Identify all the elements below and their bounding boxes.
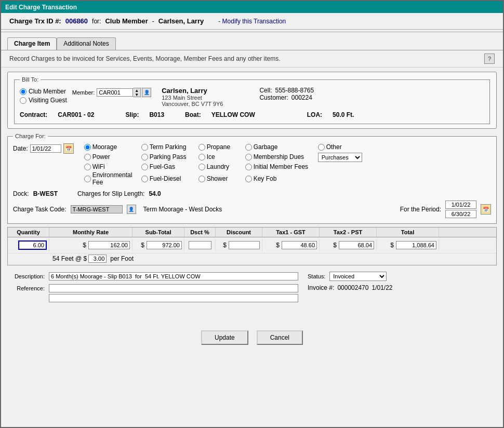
customer-label: Customer:	[259, 94, 288, 101]
header-dash: -	[152, 18, 154, 25]
main-window: Edit Charge Transaction Charge Trx ID #:…	[0, 0, 504, 428]
total-input[interactable]: 1,088.64	[396, 241, 436, 249]
table-data-row: 6.00 $ 162.00 $ 972.00 $ $ 48.60 $	[8, 237, 496, 253]
loa-label: LOA:	[307, 111, 322, 118]
sub-label2: per Foot	[110, 255, 134, 262]
td-dsct-pct[interactable]	[184, 239, 216, 251]
radio-term-parking[interactable]: Term Parking	[141, 143, 198, 151]
task-code-input[interactable]: T-MRG-WEST	[71, 205, 123, 213]
period-calendar-button[interactable]: 📅	[481, 204, 491, 215]
member-input[interactable]: CAR001	[97, 88, 133, 97]
member-lookup-button[interactable]: 👤	[142, 88, 151, 97]
header-modify: - Modify this Transaction	[218, 18, 286, 25]
radio-shower[interactable]: Shower	[198, 171, 245, 186]
member-label: Member:	[72, 89, 95, 96]
radio-power[interactable]: Power	[84, 152, 141, 162]
td-tax1[interactable]: $ 48.60	[262, 239, 320, 251]
radio-other[interactable]: Other	[318, 143, 360, 151]
radio-key-fob[interactable]: Key Fob	[245, 171, 318, 186]
radio-moorage[interactable]: Moorage	[84, 143, 141, 151]
task-lookup-button[interactable]: 👤	[127, 205, 136, 214]
sub-label1: 54 Feet @ $	[52, 255, 87, 262]
purchases-select[interactable]: Purchases	[318, 153, 362, 162]
th-dsct-pct: Dsct %	[184, 228, 216, 237]
charge-for-section: Charge For: Date: 1/01/22 📅 Moorage Term…	[7, 133, 497, 224]
charges-table: Quantity Monthly Rate Sub-Total Dsct % D…	[7, 227, 497, 265]
th-total: Total	[377, 228, 439, 237]
bill-to-section: Bill To: Club Member Visiting Guest Memb…	[7, 72, 497, 129]
header-row: Charge Trx ID #: 006860 for: Club Member…	[1, 13, 503, 30]
dsct-pct-input[interactable]	[189, 241, 211, 249]
invoice-label: Invoice #:	[308, 284, 334, 291]
radio-fuel-gas[interactable]: Fuel-Gas	[141, 163, 198, 170]
radio-laundry[interactable]: Laundry	[198, 163, 245, 170]
cancel-button[interactable]: Cancel	[257, 330, 303, 345]
loa-value: 50.0 Ft.	[333, 111, 354, 118]
date-label: Date:	[13, 145, 28, 152]
radio-wifi[interactable]: WiFi	[84, 163, 141, 170]
radio-club-member[interactable]: Club Member	[20, 88, 67, 95]
subtotal-input[interactable]: 972.00	[147, 241, 182, 249]
dock-value: B-WEST	[33, 190, 58, 197]
quantity-input[interactable]: 6.00	[18, 240, 47, 250]
td-monthly-rate[interactable]: $ 162.00	[49, 239, 132, 251]
period-label: For the Period:	[400, 206, 441, 213]
td-discount[interactable]: $	[216, 239, 262, 251]
help-icon[interactable]: ?	[484, 54, 495, 64]
ref-input1[interactable]	[49, 284, 298, 292]
date-input[interactable]: 1/01/22	[30, 144, 61, 153]
monthly-rate-input[interactable]: 162.00	[88, 241, 130, 249]
update-button[interactable]: Update	[201, 330, 248, 345]
charge-for-legend: Charge For:	[13, 133, 48, 139]
ref-label: Reference:	[7, 285, 45, 291]
radio-membership-dues[interactable]: Membership Dues	[245, 152, 318, 162]
purchases-dropdown[interactable]: Purchases	[318, 153, 360, 162]
member-spin-down[interactable]: ▼	[133, 92, 140, 97]
td-total[interactable]: $ 1,088.64	[377, 239, 439, 251]
radio-visiting-guest[interactable]: Visiting Guest	[20, 97, 67, 104]
td-subtotal[interactable]: $ 972.00	[132, 239, 184, 251]
calendar-button[interactable]: 📅	[63, 143, 74, 154]
th-monthly-rate: Monthly Rate	[49, 228, 132, 237]
discount-input[interactable]	[229, 241, 260, 249]
tab-charge-item[interactable]: Charge Item	[7, 37, 57, 50]
dock-label: Dock:	[13, 190, 29, 197]
invoice-number: 000002470	[337, 284, 368, 291]
radio-parking-pass[interactable]: Parking Pass	[141, 152, 198, 162]
task-code-label: Charge Task Code:	[13, 206, 67, 213]
radio-environmental-fee[interactable]: Environmental Fee	[84, 171, 141, 186]
invoice-group: Invoice #: 000002470 1/01/22	[308, 284, 393, 291]
radio-initial-member-fees[interactable]: Initial Member Fees	[245, 163, 318, 170]
td-quantity[interactable]: 6.00	[8, 239, 49, 251]
member-fullname: Carlsen, Larry	[162, 87, 223, 95]
charge-trx-id: 006860	[65, 17, 88, 25]
ref-input2[interactable]	[49, 294, 298, 302]
task-desc: Term Moorage - West Docks	[143, 206, 222, 213]
th-subtotal: Sub-Total	[132, 228, 184, 237]
radio-propane[interactable]: Propane	[198, 143, 245, 151]
desc-input[interactable]: 6 Month(s) Moorage - Slip B013 for 54 Ft…	[49, 272, 298, 280]
boat-label: Boat:	[185, 111, 201, 118]
header-member-name: Carlsen, Larry	[158, 17, 204, 25]
tab-additional-notes[interactable]: Additional Notes	[57, 37, 115, 50]
period-from-input[interactable]: 1/01/22	[445, 200, 476, 209]
charges-slip-label: Charges for Slip Length:	[77, 190, 144, 197]
title-bar: Edit Charge Transaction	[1, 1, 503, 13]
th-quantity: Quantity	[8, 228, 49, 237]
member-address1: 123 Main Street	[162, 95, 223, 101]
radio-garbage[interactable]: Garbage	[245, 143, 318, 151]
slip-value: B013	[149, 111, 164, 118]
td-tax2[interactable]: $ 68.04	[320, 239, 377, 251]
radio-fuel-diesel[interactable]: Fuel-Diesel	[141, 171, 198, 186]
invoice-date: 1/01/22	[372, 284, 392, 291]
bottom-section: Description: 6 Month(s) Moorage - Slip B…	[1, 268, 503, 322]
status-select[interactable]: Invoiced Pending Void	[329, 272, 387, 281]
boat-value: YELLOW COW	[211, 111, 255, 118]
contract-row: Contract: CAR001 - 02 Slip: B013 Boat: Y…	[20, 111, 484, 118]
sub-rate-input[interactable]: 3.00	[88, 255, 107, 263]
member-address2: Vancouver, BC V7T 9Y6	[162, 101, 223, 107]
period-to-input[interactable]: 6/30/22	[445, 210, 476, 218]
tax2-input[interactable]: 68.04	[339, 241, 374, 249]
radio-ice[interactable]: Ice	[198, 152, 245, 162]
tax1-input[interactable]: 48.60	[282, 241, 317, 249]
